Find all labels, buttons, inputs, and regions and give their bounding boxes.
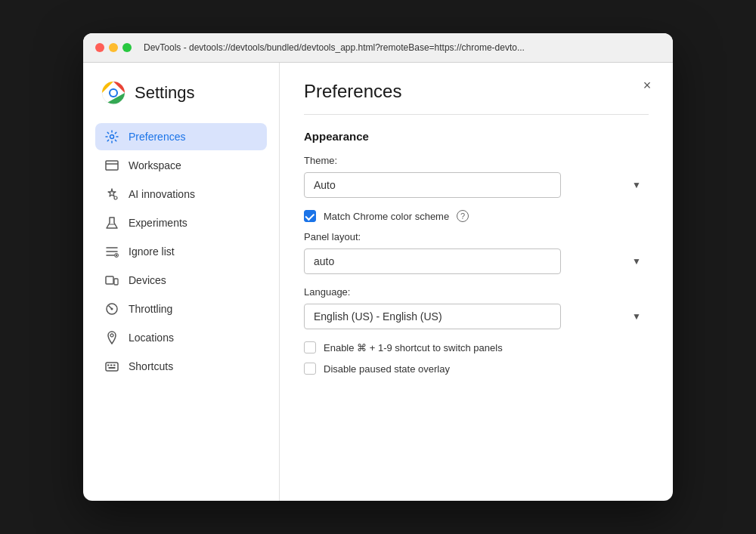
svg-rect-10	[106, 276, 113, 284]
workspace-icon	[104, 158, 119, 173]
svg-point-14	[110, 334, 113, 337]
sidebar-item-preferences-label: Preferences	[129, 131, 185, 143]
sidebar-item-locations-label: Locations	[129, 332, 174, 344]
svg-rect-15	[106, 363, 118, 371]
titlebar: DevTools - devtools://devtools/bundled/d…	[83, 33, 673, 63]
sidebar-item-ignore-list[interactable]: Ignore list	[95, 238, 267, 265]
sidebar-item-locations[interactable]: Locations	[95, 324, 267, 351]
locations-icon	[104, 330, 119, 345]
sidebar-item-shortcuts-label: Shortcuts	[129, 360, 173, 372]
sidebar-title: Settings	[135, 83, 195, 103]
panel-layout-select[interactable]: auto horizontal vertical	[304, 248, 561, 274]
sidebar-item-devices-label: Devices	[129, 274, 166, 286]
theme-select-arrow: ▼	[632, 180, 641, 190]
appearance-section-title: Appearance	[304, 130, 649, 143]
ignore-list-icon	[104, 244, 119, 259]
match-chrome-color-help-icon[interactable]: ?	[457, 210, 469, 222]
sidebar-item-throttling-label: Throttling	[129, 303, 172, 315]
match-chrome-color-label: Match Chrome color scheme	[324, 211, 449, 222]
page-title: Preferences	[304, 81, 649, 102]
shortcut-switch-panels-row: Enable ⌘ + 1-9 shortcut to switch panels	[304, 341, 649, 353]
titlebar-title: DevTools - devtools://devtools/bundled/d…	[144, 42, 661, 53]
experiments-icon	[104, 215, 119, 230]
language-select-arrow: ▼	[632, 311, 641, 322]
sidebar-item-workspace-label: Workspace	[129, 159, 181, 171]
preferences-icon	[104, 129, 119, 144]
throttling-icon	[104, 301, 119, 316]
devices-icon	[104, 273, 119, 288]
sidebar-item-devices[interactable]: Devices	[95, 267, 267, 294]
maximize-traffic-light[interactable]	[122, 43, 132, 52]
svg-point-8	[114, 196, 117, 199]
theme-label: Theme:	[304, 155, 649, 166]
language-label: Language:	[304, 286, 649, 298]
sidebar-item-ignore-list-label: Ignore list	[129, 245, 175, 258]
chrome-icon	[101, 81, 125, 105]
language-select[interactable]: English (US) - English (US) System prefe…	[304, 304, 561, 329]
disable-paused-overlay-checkbox[interactable]	[304, 363, 316, 375]
shortcut-switch-panels-checkbox[interactable]	[304, 341, 316, 353]
shortcuts-icon	[104, 359, 119, 374]
title-divider	[304, 114, 649, 115]
svg-point-13	[111, 308, 113, 310]
sidebar: Settings Preferences	[83, 63, 280, 501]
ai-icon	[104, 187, 119, 202]
shortcut-switch-panels-label: Enable ⌘ + 1-9 shortcut to switch panels	[324, 342, 503, 353]
sidebar-item-ai[interactable]: AI innovations	[95, 181, 267, 208]
panel-layout-label: Panel layout:	[304, 231, 649, 242]
close-traffic-light[interactable]	[95, 43, 104, 52]
content-area: Settings Preferences	[83, 63, 673, 501]
main-panel: × Preferences Appearance Theme: Auto Lig…	[280, 63, 673, 501]
close-button[interactable]: ×	[637, 75, 658, 96]
svg-point-5	[110, 90, 116, 96]
panel-layout-select-arrow: ▼	[632, 256, 641, 267]
match-chrome-color-row: Match Chrome color scheme ?	[304, 210, 649, 222]
sidebar-item-experiments[interactable]: Experiments	[95, 209, 267, 236]
sidebar-nav: Preferences Workspace	[95, 123, 267, 380]
svg-rect-7	[106, 161, 118, 170]
svg-rect-18	[113, 365, 116, 366]
sidebar-item-experiments-label: Experiments	[129, 217, 187, 229]
svg-point-6	[110, 135, 114, 139]
match-chrome-color-checkbox[interactable]	[304, 210, 316, 222]
sidebar-item-ai-label: AI innovations	[129, 188, 195, 200]
traffic-lights	[95, 43, 132, 52]
sidebar-item-preferences[interactable]: Preferences	[95, 123, 267, 150]
appearance-section: Appearance Theme: Auto Light Dark System…	[304, 130, 649, 375]
sidebar-item-shortcuts[interactable]: Shortcuts	[95, 353, 267, 380]
disable-paused-overlay-label: Disable paused state overlay	[324, 363, 450, 375]
sidebar-item-throttling[interactable]: Throttling	[95, 295, 267, 323]
sidebar-item-workspace[interactable]: Workspace	[95, 152, 267, 179]
theme-select[interactable]: Auto Light Dark System preference	[304, 172, 561, 198]
disable-paused-overlay-row: Disable paused state overlay	[304, 363, 649, 375]
panel-layout-select-wrapper: auto horizontal vertical ▼	[304, 248, 649, 274]
minimize-traffic-light[interactable]	[109, 43, 118, 52]
svg-rect-16	[107, 365, 110, 366]
sidebar-header: Settings	[95, 81, 267, 105]
devtools-window: DevTools - devtools://devtools/bundled/d…	[83, 33, 673, 501]
svg-rect-19	[109, 367, 116, 369]
svg-rect-17	[110, 365, 113, 366]
language-select-wrapper: English (US) - English (US) System prefe…	[304, 304, 649, 329]
theme-select-wrapper: Auto Light Dark System preference ▼	[304, 172, 649, 198]
svg-rect-11	[114, 279, 118, 285]
